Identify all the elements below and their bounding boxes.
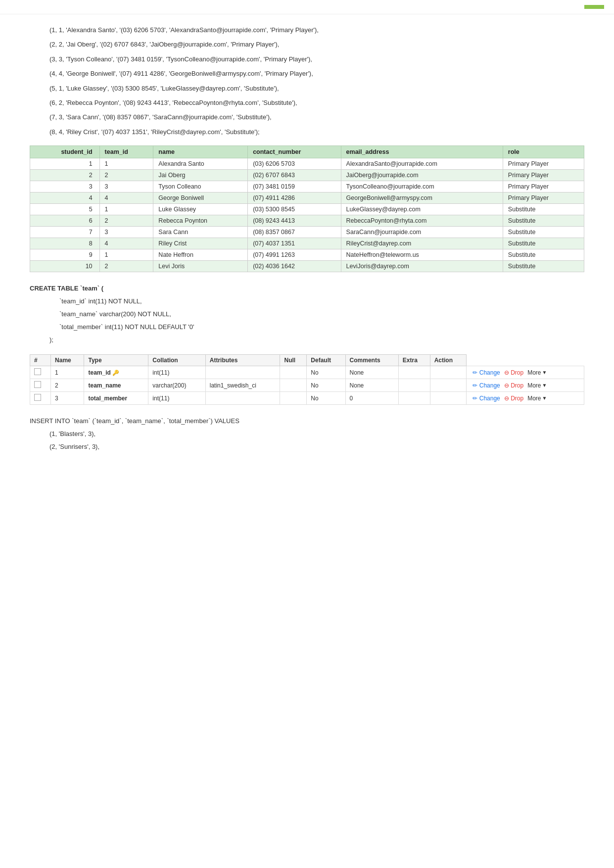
field-comments xyxy=(398,379,430,392)
schema-column-header: Collation xyxy=(148,355,205,366)
table-cell: 8 xyxy=(30,238,100,249)
table-cell: Primary Player xyxy=(503,158,584,170)
row-number: 2 xyxy=(51,379,84,392)
table-cell: 3 xyxy=(30,181,100,193)
field-null: No xyxy=(307,366,345,379)
change-button[interactable]: Change xyxy=(471,394,502,402)
table-cell: 1 xyxy=(30,158,100,170)
table-cell: 9 xyxy=(30,249,100,261)
insert-line: (4, 4, 'George Boniwell', '(07) 4911 428… xyxy=(30,68,584,79)
row-checkbox[interactable] xyxy=(34,368,41,375)
column-header: name xyxy=(153,146,248,158)
schema-column-header: Null xyxy=(280,355,307,366)
table-cell: Primary Player xyxy=(503,170,584,181)
table-cell: RileyCrist@dayrep.com xyxy=(341,238,503,249)
field-collation: latin1_swedish_ci xyxy=(205,379,280,392)
column-header: student_id xyxy=(30,146,100,158)
table-cell: (03) 5300 8545 xyxy=(248,204,341,215)
table-cell: 10 xyxy=(30,261,100,272)
field-name: team_id 🔑 xyxy=(84,366,148,379)
table-cell: (02) 4036 1642 xyxy=(248,261,341,272)
field-action: ChangeDropMore xyxy=(467,379,584,392)
table-cell: (07) 4037 1351 xyxy=(248,238,341,249)
drop-button[interactable]: Drop xyxy=(502,382,525,389)
field-name: total_member xyxy=(84,392,148,405)
page-header xyxy=(0,0,614,14)
table-row: 84Riley Crist(07) 4037 1351RileyCrist@da… xyxy=(30,238,584,249)
insert-line: (6, 2, 'Rebecca Poynton', '(08) 9243 441… xyxy=(30,97,584,108)
page-number-badge xyxy=(584,5,604,9)
table-cell: (02) 6707 6843 xyxy=(248,170,341,181)
table-cell: LeviJoris@dayrep.com xyxy=(341,261,503,272)
table-cell: 1 xyxy=(99,204,153,215)
table-cell: NateHeffron@teleworm.us xyxy=(341,249,503,261)
table-cell: 3 xyxy=(99,181,153,193)
table-cell: (07) 4991 1263 xyxy=(248,249,341,261)
table-cell: (08) 9243 4413 xyxy=(248,215,341,227)
table-cell: 2 xyxy=(30,170,100,181)
table-cell: LukeGlassey@dayrep.com xyxy=(341,204,503,215)
table-cell: Levi Joris xyxy=(153,261,248,272)
drop-button[interactable]: Drop xyxy=(502,369,525,377)
table-cell: JaiOberg@jourrapide.com xyxy=(341,170,503,181)
row-checkbox[interactable] xyxy=(34,394,41,401)
insert-line: (2, 2, 'Jai Oberg', '(02) 6707 6843', 'J… xyxy=(30,39,584,50)
field-type: varchar(200) xyxy=(148,379,205,392)
table-cell: 5 xyxy=(30,204,100,215)
change-button[interactable]: Change xyxy=(471,382,502,389)
table-cell: (03) 6206 5703 xyxy=(248,158,341,170)
row-checkbox[interactable] xyxy=(34,381,41,388)
schema-column-header: Type xyxy=(84,355,148,366)
table-cell: Alexandra Santo xyxy=(153,158,248,170)
field-attributes xyxy=(280,392,307,405)
table-cell: George Boniwell xyxy=(153,193,248,204)
table-cell: AlexandraSanto@jourrapide.com xyxy=(341,158,503,170)
more-button[interactable]: More xyxy=(525,382,549,389)
insert-line: (8, 4, 'Riley Crist', '(07) 4037 1351', … xyxy=(30,126,584,138)
field-type: int(11) xyxy=(148,366,205,379)
table-cell: 3 xyxy=(99,227,153,238)
schema-column-header: # xyxy=(30,355,51,366)
field-default: 0 xyxy=(345,392,398,405)
change-button[interactable]: Change xyxy=(471,369,502,377)
drop-button[interactable]: Drop xyxy=(502,394,525,402)
insert-line: (3, 3, 'Tyson Colleano', '(07) 3481 0159… xyxy=(30,53,584,65)
table-cell: Sara Cann xyxy=(153,227,248,238)
table-cell: 4 xyxy=(99,193,153,204)
field-attributes xyxy=(280,379,307,392)
field-collation xyxy=(205,366,280,379)
table-cell: Substitute xyxy=(503,215,584,227)
table-cell: Nate Heffron xyxy=(153,249,248,261)
insert-value-line: (1, 'Blasters', 3), xyxy=(49,428,584,440)
insert-value-line: (2, 'Sunrisers', 3), xyxy=(49,440,584,453)
field-null: No xyxy=(307,392,345,405)
table-cell: 4 xyxy=(30,193,100,204)
create-table-block: CREATE TABLE `team` (`team_id` int(11) N… xyxy=(30,282,584,346)
table-cell: Primary Player xyxy=(503,181,584,193)
column-header: contact_number xyxy=(248,146,341,158)
insert-block-bottom: INSERT INTO `team` (`team_id`, `team_nam… xyxy=(30,415,584,453)
field-default: None xyxy=(345,379,398,392)
table-cell: Substitute xyxy=(503,227,584,238)
field-action: ChangeDropMore xyxy=(467,392,584,405)
table-cell: Riley Crist xyxy=(153,238,248,249)
field-collation xyxy=(205,392,280,405)
schema-row: 2team_namevarchar(200)latin1_swedish_ciN… xyxy=(30,379,584,392)
sql-line: `team_id` int(11) NOT NULL, xyxy=(59,295,584,308)
schema-column-header: Attributes xyxy=(205,355,280,366)
table-cell: (07) 4911 4286 xyxy=(248,193,341,204)
schema-row: 1team_id 🔑int(11)NoNoneChangeDropMore xyxy=(30,366,584,379)
table-cell: TysonColleano@jourrapide.com xyxy=(341,181,503,193)
table-cell: 4 xyxy=(99,238,153,249)
table-row: 11Alexandra Santo(03) 6206 5703Alexandra… xyxy=(30,158,584,170)
more-button[interactable]: More xyxy=(525,394,549,402)
field-extra xyxy=(430,392,467,405)
sql-line: CREATE TABLE `team` ( xyxy=(30,282,584,295)
schema-column-header: Comments xyxy=(345,355,398,366)
more-button[interactable]: More xyxy=(525,369,549,377)
table-row: 51Luke Glassey(03) 5300 8545LukeGlassey@… xyxy=(30,204,584,215)
insert-line: (5, 1, 'Luke Glassey', '(03) 5300 8545',… xyxy=(30,83,584,94)
sql-line: `total_member` int(11) NOT NULL DEFAULT … xyxy=(59,321,584,334)
data-table: student_idteam_idnamecontact_numberemail… xyxy=(30,145,584,272)
table-cell: RebeccaPoynton@rhyta.com xyxy=(341,215,503,227)
